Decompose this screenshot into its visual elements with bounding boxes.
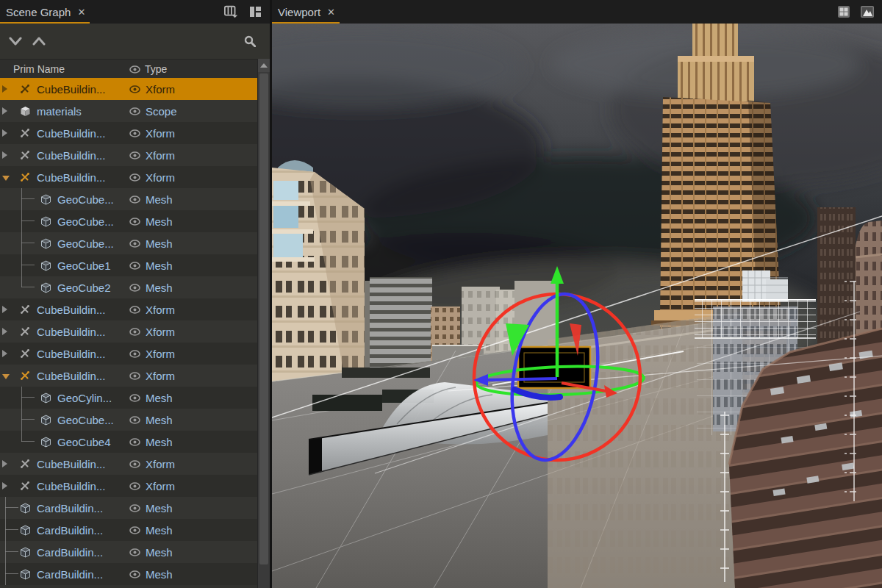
mesh-icon [40,282,51,293]
tree-row[interactable]: GeoCylin...Mesh [0,387,258,409]
tree-row[interactable]: CubeBuildin...Xform [0,122,258,144]
columns-icon[interactable] [224,5,239,18]
tree-row[interactable]: CubeBuildin...Xform [0,144,258,166]
eye-icon [129,196,140,204]
eye-icon [129,151,140,159]
mesh-icon [40,193,51,205]
tree-row[interactable]: materialsScope [0,100,258,122]
expand-arrow-icon[interactable] [2,107,7,115]
tree-connector [21,387,37,409]
tree-row[interactable]: CubeBuildin...Xform [0,453,258,475]
snapshot-icon[interactable] [860,5,875,18]
eye-icon [129,438,140,446]
prim-type: Xform [129,127,175,140]
tree-row[interactable]: CubeBuildin...Xform [0,298,258,320]
scrollbar-thumb[interactable] [259,74,268,564]
prim-name: CardBuildin... [37,524,103,537]
prim-name: CubeBuildin... [37,171,105,184]
prim-name: CubeBuildin... [37,127,105,140]
tree-row[interactable]: CardBuildin...Mesh [0,563,258,585]
tree-connector [5,497,21,519]
tab-label: Viewport [278,6,320,18]
mesh-icon [40,392,51,404]
collapse-arrow-icon[interactable] [2,176,10,181]
tree-row[interactable]: CubeBuildin...Xform [0,320,258,343]
tree-row[interactable]: CubeBuildin...Xform [0,166,258,188]
scene-graph-tabbar: Scene Graph ✕ [0,0,270,24]
viewport-canvas[interactable] [272,24,882,588]
prim-type: Mesh [129,524,173,537]
prim-name: CubeBuildin... [37,83,105,96]
close-icon[interactable]: ✕ [77,7,85,17]
search-icon[interactable] [240,33,259,49]
tree-row[interactable]: GeoCube...Mesh [0,210,258,232]
scroll-up-icon[interactable] [258,59,270,72]
prim-type: Mesh [129,546,173,559]
prim-name: CubeBuildin... [37,149,105,162]
prim-type: Xform [129,458,175,470]
eye-icon [129,173,140,182]
tree-row[interactable]: CardBuildin...Mesh [0,497,258,519]
prim-name: GeoCube... [57,193,114,206]
expand-arrow-icon[interactable] [2,350,7,357]
expand-arrow-icon[interactable] [2,482,7,490]
tree-row[interactable]: GeoCube...Mesh [0,188,258,210]
tree-row[interactable]: GeoCube1Mesh [0,254,258,276]
xform-icon [19,458,31,470]
prim-type: Xform [129,149,175,162]
grid-view-icon[interactable] [836,5,851,18]
eye-icon [129,284,140,292]
eye-icon [129,482,140,490]
expand-arrow-icon[interactable] [2,151,7,159]
tree-scrollbar[interactable] [257,59,270,588]
expand-arrow-icon[interactable] [2,328,7,335]
tree-row[interactable]: GeoCube4Mesh [0,431,258,453]
collapse-arrow-icon[interactable] [2,374,10,379]
prim-type: Scope [129,105,177,118]
eye-icon [129,262,140,270]
column-prim-name[interactable]: Prim Name [0,63,65,75]
tab-viewport[interactable]: Viewport ✕ [272,0,343,24]
column-type[interactable]: Type [129,63,167,75]
tree-row[interactable]: CubeBuildin...Xform [0,343,258,365]
tree-row[interactable]: GeoCube...Mesh [0,409,258,431]
prim-name: GeoCube2 [57,282,111,294]
eye-icon [129,129,140,137]
prim-type: Xform [129,370,175,382]
tree-connector [21,188,37,210]
xform-icon [19,149,31,161]
expand-arrow-icon[interactable] [2,85,7,93]
tree-row[interactable]: CubeBuildin...Xform [0,78,258,100]
expand-arrow-icon[interactable] [2,306,7,313]
prim-type: Mesh [129,259,173,272]
chevron-down-icon[interactable] [6,33,25,49]
tree-row[interactable]: GeoCube2Mesh [0,276,258,298]
tree-row[interactable]: CubeBuildin...Xform [0,365,258,387]
prim-type: Xform [129,171,175,184]
close-icon[interactable]: ✕ [327,7,335,17]
prim-tree: CubeBuildin...XformmaterialsScopeCubeBui… [0,78,258,588]
eye-icon [129,350,140,358]
tree-row[interactable]: CardBuildin...Mesh [0,541,258,563]
xform-icon [19,83,31,95]
tree-row[interactable]: GeoCube...Mesh [0,232,258,254]
tree-row[interactable]: CardBuildin...Mesh [0,519,258,541]
chevron-up-icon[interactable] [29,33,49,49]
expand-arrow-icon[interactable] [2,460,7,467]
tree-header: Prim Name Type [0,59,258,79]
expand-arrow-icon[interactable] [2,129,7,137]
prim-name: CardBuildin... [37,546,103,559]
prim-type: Xform [129,304,175,316]
eye-icon [129,306,140,314]
prim-type: Mesh [129,215,173,228]
prim-name: GeoCube... [57,237,114,250]
eye-icon [129,394,140,402]
tree-connector [21,276,37,298]
split-panel-icon[interactable] [248,5,262,18]
prim-name: GeoCube4 [57,436,111,448]
tab-scene-graph[interactable]: Scene Graph ✕ [0,0,93,24]
tree-row[interactable]: CubeBuildin...Xform [0,475,258,497]
eye-icon [129,107,140,115]
eye-icon [129,460,140,468]
xform-icon [19,171,31,183]
